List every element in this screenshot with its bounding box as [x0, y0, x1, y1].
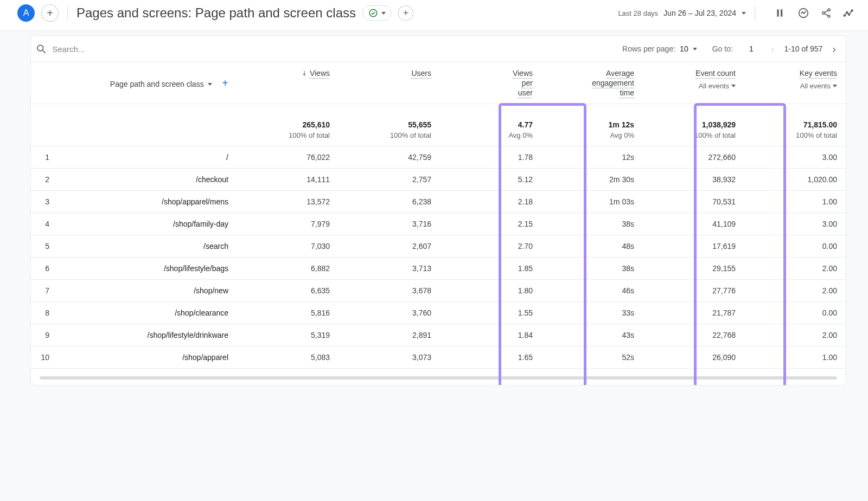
svg-rect-1 [777, 9, 778, 16]
table-row[interactable]: 7/shop/new6,6353,6781.8046s27,7762.00 [31, 280, 846, 302]
add-comparison-button[interactable]: + [398, 5, 413, 21]
chevron-down-icon [742, 12, 746, 15]
event-count-filter[interactable]: All events [699, 82, 736, 90]
table-row[interactable]: 9/shop/lifestyle/drinkware5,3192,8911.84… [31, 324, 846, 346]
report-title: Pages and screens: Page path and screen … [76, 5, 413, 21]
dimension-picker[interactable]: Page path and screen class [110, 80, 214, 88]
cell-avg-engagement: 38s [541, 213, 643, 235]
rows-per-page-label: Rows per page: [622, 44, 675, 53]
pagination: ‹ 1-10 of 957 › [769, 41, 838, 56]
row-index: 2 [31, 169, 58, 191]
account-avatar[interactable]: A [17, 4, 35, 22]
share-icon[interactable] [820, 7, 832, 19]
svg-point-0 [369, 9, 377, 17]
cell-key-events: 0.00 [744, 235, 846, 258]
table-row[interactable]: 1/76,02242,7591.7812s272,6603.00 [31, 146, 846, 169]
svg-point-11 [37, 45, 43, 51]
table-row[interactable]: 5/search7,0302,6072.7048s17,6190.00 [31, 235, 846, 258]
col-header-event-count[interactable]: Event count All events [643, 62, 744, 104]
rows-per-page-picker[interactable]: Rows per page: 10 [622, 44, 697, 53]
app-header: A + Pages and screens: Page path and scr… [0, 0, 868, 31]
key-events-filter[interactable]: All events [800, 82, 837, 90]
cell-views-per-user: 1.65 [440, 346, 541, 369]
insights-icon[interactable] [797, 7, 809, 19]
col-header-views-per-user[interactable]: Views per user [440, 62, 541, 104]
report-table: Page path and screen class + Views [31, 62, 846, 369]
row-path: /shop/apparel [58, 346, 237, 369]
cell-users: 3,713 [339, 258, 440, 280]
cell-views-per-user: 1.85 [440, 258, 541, 280]
cell-key-events: 3.00 [744, 146, 846, 169]
cell-users: 6,238 [339, 191, 440, 213]
cell-views-per-user: 1.84 [440, 324, 541, 346]
next-page-button[interactable]: › [830, 41, 838, 56]
table-row[interactable]: 6/shop/lifestyle/bags6,8823,7131.8538s29… [31, 258, 846, 280]
cell-views: 6,882 [237, 258, 339, 280]
cell-key-events: 1,020.00 [744, 169, 846, 191]
trend-icon[interactable] [843, 7, 855, 19]
chevron-down-icon [208, 83, 212, 86]
row-path: /shop/lifestyle/bags [58, 258, 237, 280]
goto-page-control[interactable]: Go to: 1 [712, 44, 754, 53]
check-circle-icon [368, 8, 378, 18]
cell-key-events: 1.00 [744, 191, 846, 213]
table-row[interactable]: 8/shop/clearance5,8163,7601.5533s21,7870… [31, 302, 846, 324]
search-input[interactable] [52, 44, 618, 54]
cell-avg-engagement: 38s [541, 258, 643, 280]
cell-avg-engagement: 52s [541, 346, 643, 369]
row-index: 5 [31, 235, 58, 258]
col-header-views[interactable]: Views [237, 62, 339, 104]
cell-event-count: 272,660 [643, 146, 744, 169]
table-row[interactable]: 3/shop/apparel/mens13,5726,2382.181m 03s… [31, 191, 846, 213]
cell-event-count: 70,531 [643, 191, 744, 213]
row-path: /shop/clearance [58, 302, 237, 324]
cell-event-count: 21,787 [643, 302, 744, 324]
search-icon [35, 43, 47, 55]
cell-users: 2,757 [339, 169, 440, 191]
cell-views: 7,030 [237, 235, 339, 258]
table-row[interactable]: 10/shop/apparel5,0833,0731.6552s26,0901.… [31, 346, 846, 369]
cell-views-per-user: 2.15 [440, 213, 541, 235]
cell-event-count: 22,768 [643, 324, 744, 346]
row-path: / [58, 146, 237, 169]
row-index: 7 [31, 280, 58, 302]
cell-views-per-user: 2.70 [440, 235, 541, 258]
column-settings-icon[interactable] [775, 7, 787, 19]
row-index: 3 [31, 191, 58, 213]
cell-views-per-user: 5.12 [440, 169, 541, 191]
cell-avg-engagement: 33s [541, 302, 643, 324]
add-dimension-button[interactable]: + [222, 77, 228, 89]
cell-avg-engagement: 1m 03s [541, 191, 643, 213]
cell-users: 42,759 [339, 146, 440, 169]
cell-avg-engagement: 48s [541, 235, 643, 258]
svg-point-8 [846, 12, 848, 14]
status-chip[interactable] [362, 5, 392, 21]
cell-event-count: 26,090 [643, 346, 744, 369]
table-row[interactable]: 2/checkout14,1112,7575.122m 30s38,9321,0… [31, 169, 846, 191]
row-index: 9 [31, 324, 58, 346]
col-header-users[interactable]: Users [339, 62, 440, 104]
date-range-picker[interactable]: Last 28 days Jun 26 – Jul 23, 2024 [618, 9, 746, 17]
goto-label: Go to: [712, 44, 733, 53]
prev-page-button[interactable]: ‹ [769, 41, 777, 56]
add-account-button[interactable]: + [41, 4, 59, 22]
cell-views: 76,022 [237, 146, 339, 169]
col-header-avg-engagement[interactable]: Average engagement time [541, 62, 643, 104]
row-index: 8 [31, 302, 58, 324]
cell-views: 13,572 [237, 191, 339, 213]
totals-row: 265,610100% of total 55,655100% of total… [31, 104, 846, 146]
horizontal-scrollbar[interactable] [40, 376, 837, 380]
chevron-down-icon [693, 48, 697, 50]
cell-views-per-user: 2.18 [440, 191, 541, 213]
cell-event-count: 29,155 [643, 258, 744, 280]
table-row[interactable]: 4/shop/family-day7,9793,7162.1538s41,109… [31, 213, 846, 235]
report-card: Rows per page: 10 Go to: 1 ‹ 1-10 of 957… [30, 35, 846, 386]
cell-users: 3,073 [339, 346, 440, 369]
cell-users: 3,760 [339, 302, 440, 324]
row-path: /shop/new [58, 280, 237, 302]
cell-avg-engagement: 2m 30s [541, 169, 643, 191]
col-header-key-events[interactable]: Key events All events [744, 62, 846, 104]
row-path: /shop/apparel/mens [58, 191, 237, 213]
cell-key-events: 2.00 [744, 280, 846, 302]
svg-point-9 [848, 14, 850, 15]
